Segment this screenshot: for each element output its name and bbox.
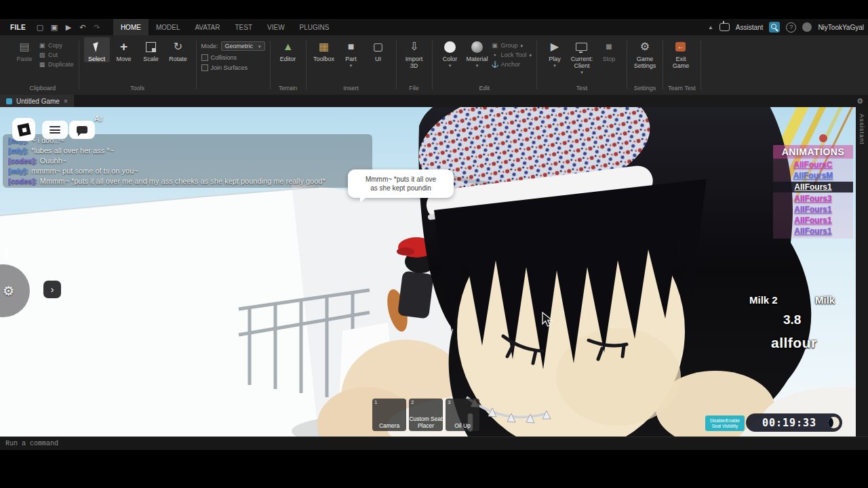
chevron-down-icon: ▾ xyxy=(258,45,261,48)
hud-milk2-label: Milk 2 xyxy=(749,294,778,306)
seat-visibility-button[interactable]: Disable/Enable Seat Visibility xyxy=(705,415,745,431)
search-icon[interactable] xyxy=(769,22,780,33)
action-button[interactable]: 2 Custom Seat Placer xyxy=(409,399,443,431)
duplicate-button[interactable]: ▦Duplicate xyxy=(39,61,74,68)
exit-game-button[interactable]: ← Exit Game xyxy=(668,37,694,69)
team-test-section-label: Team Test xyxy=(668,84,696,95)
paste-button[interactable]: ▤ Paste xyxy=(12,37,37,62)
insert-group: ▦ Toolbox ■ Part ▾ ▢ UI Insert xyxy=(307,35,396,95)
terrain-editor-button[interactable]: ▲ Editor xyxy=(275,37,301,62)
group-button[interactable]: ▣Group▾ xyxy=(492,42,532,49)
user-avatar[interactable] xyxy=(802,22,812,32)
chat-username: [codes]: xyxy=(8,177,37,185)
chat-text: mmmm~ put some of ts on you~ xyxy=(31,167,138,175)
part-button[interactable]: ■ Part ▾ xyxy=(338,37,364,67)
roblox-logo-icon xyxy=(17,123,31,136)
open-icon[interactable]: ▢ xyxy=(34,21,46,33)
lock-icon: ▪ xyxy=(492,52,498,58)
moon-icon xyxy=(828,417,840,428)
chat-toggle-button[interactable] xyxy=(69,121,95,139)
ribbon-tab[interactable]: MODEL xyxy=(149,19,188,35)
ribbon-tab[interactable]: PLUGINS xyxy=(292,19,337,35)
stop-button[interactable]: ■ Stop xyxy=(596,37,622,62)
file-menu-button[interactable]: FILE xyxy=(4,24,32,31)
mode-label: Mode: xyxy=(201,43,218,49)
animation-item[interactable]: AllFoursC xyxy=(773,160,853,169)
animation-item[interactable]: AllFours1 xyxy=(773,216,853,225)
ribbon-tab[interactable]: TEST xyxy=(227,19,260,35)
move-tool-button[interactable]: + Move xyxy=(111,37,137,62)
assistant-side-tab[interactable]: Assistant xyxy=(856,107,868,436)
toolbox-button[interactable]: ▦ Toolbox xyxy=(311,37,337,62)
animations-panel-title: ANIMATIONS xyxy=(773,145,853,159)
mode-dropdown[interactable]: Geometric▾ xyxy=(221,41,265,51)
tools-group: Select + Move Scale ↻ Rotate Tool xyxy=(79,35,196,95)
help-icon[interactable]: ? xyxy=(786,22,796,33)
copy-button[interactable]: ▣Copy xyxy=(39,42,74,49)
select-tool-button[interactable]: Select xyxy=(84,37,110,62)
animation-item[interactable]: AllFours1 xyxy=(773,205,853,214)
speech-bubble: Mmmm~ *puts it all ove as she kept pound… xyxy=(348,169,454,198)
import-3d-button[interactable]: ⇩ Import 3D xyxy=(401,37,427,69)
cut-button[interactable]: ▨Cut xyxy=(39,52,74,58)
material-button[interactable]: Material ▾ xyxy=(465,37,490,67)
settings-gear-icon[interactable]: ⚙ xyxy=(3,283,14,299)
ribbon-tab[interactable]: HOME xyxy=(113,19,149,35)
game-settings-button[interactable]: ⚙ Game Settings xyxy=(632,37,658,69)
material-sphere-icon xyxy=(470,39,485,54)
expand-arrow-button[interactable]: › xyxy=(43,281,61,298)
rotate-icon: ↻ xyxy=(171,39,186,54)
anchor-button[interactable]: ⚓Anchor xyxy=(492,61,532,68)
hamburger-menu-button[interactable] xyxy=(42,121,68,139)
command-bar[interactable]: Run a command xyxy=(0,436,868,450)
save-icon[interactable]: ▣ xyxy=(48,21,60,33)
action-button[interactable]: 1 Camera xyxy=(372,399,406,431)
close-tab-icon[interactable]: × xyxy=(64,98,68,105)
document-tab-bar: Untitled Game × ⚙ xyxy=(0,95,868,107)
insert-section-label: Insert xyxy=(311,84,391,95)
cut-icon: ▨ xyxy=(39,52,45,58)
file-section-label: File xyxy=(401,84,427,95)
timer-value: 00:19:33 xyxy=(762,417,816,429)
roblox-menu-button[interactable] xyxy=(12,118,35,141)
animation-item[interactable]: AllFoursM xyxy=(773,171,853,180)
lock-tool-button[interactable]: ▪Lock Tool▾ xyxy=(492,52,532,58)
redo-icon[interactable]: ↷ xyxy=(91,21,103,33)
chat-username: [mly]: xyxy=(8,167,28,175)
chat-username: [mly]: xyxy=(8,146,28,155)
rotate-tool-button[interactable]: ↻ Rotate xyxy=(165,37,191,62)
animation-item[interactable]: AllFours1 xyxy=(773,226,853,236)
color-button[interactable]: Color ▾ xyxy=(437,37,463,67)
chat-log[interactable]: [mly]:~ i doo..!~ [mly]:*lubes all over … xyxy=(3,134,372,188)
assistant-label[interactable]: Assistant xyxy=(736,24,764,31)
hud-milk-label: Milk xyxy=(815,294,835,306)
ui-button[interactable]: ▢ UI xyxy=(366,37,391,62)
clipboard-group: ▤ Paste ▣Copy ▨Cut ▦Duplicate Clipboard xyxy=(7,35,79,95)
chevron-down-icon: ▾ xyxy=(449,64,452,67)
game-viewport[interactable]: All [mly]:~ i doo..!~ [mly]:*lubes all o… xyxy=(0,107,856,436)
current-client-button[interactable]: Current: Client ▾ xyxy=(569,37,595,74)
ribbon-tab[interactable]: AVATAR xyxy=(187,19,227,35)
animation-item[interactable]: AllFours3 xyxy=(773,194,853,203)
animation-item[interactable]: AllFours1 xyxy=(773,182,853,192)
ribbon-tab[interactable]: VIEW xyxy=(260,19,292,35)
join-surfaces-checkbox-row[interactable]: Join Surfaces xyxy=(201,64,265,71)
chevron-down-icon: ▾ xyxy=(476,64,479,67)
assistant-robot-icon[interactable] xyxy=(719,23,730,31)
run-icon[interactable]: ▶ xyxy=(62,21,75,33)
collisions-checkbox[interactable] xyxy=(201,54,208,61)
undo-icon[interactable]: ↶ xyxy=(77,21,89,33)
collisions-checkbox-row[interactable]: Collisions xyxy=(201,54,265,61)
play-button[interactable]: ▶ Play ▾ xyxy=(542,37,568,67)
join-surfaces-checkbox[interactable] xyxy=(201,64,208,71)
stop-icon: ■ xyxy=(601,39,616,54)
collapse-ribbon-icon[interactable]: ▲ xyxy=(708,24,713,30)
anchor-icon: ⚓ xyxy=(492,61,498,68)
untitled-game-tab[interactable]: Untitled Game × xyxy=(0,95,74,107)
scale-tool-button[interactable]: Scale xyxy=(138,37,164,62)
tab-settings-gear-icon[interactable]: ⚙ xyxy=(856,97,868,106)
chat-message: [mly]:mmmm~ put some of ts on you~ xyxy=(8,167,367,176)
copy-icon: ▣ xyxy=(39,42,45,49)
action-button[interactable]: 3 Oil Up xyxy=(446,399,479,431)
hud-player-name: allfour xyxy=(771,335,817,351)
